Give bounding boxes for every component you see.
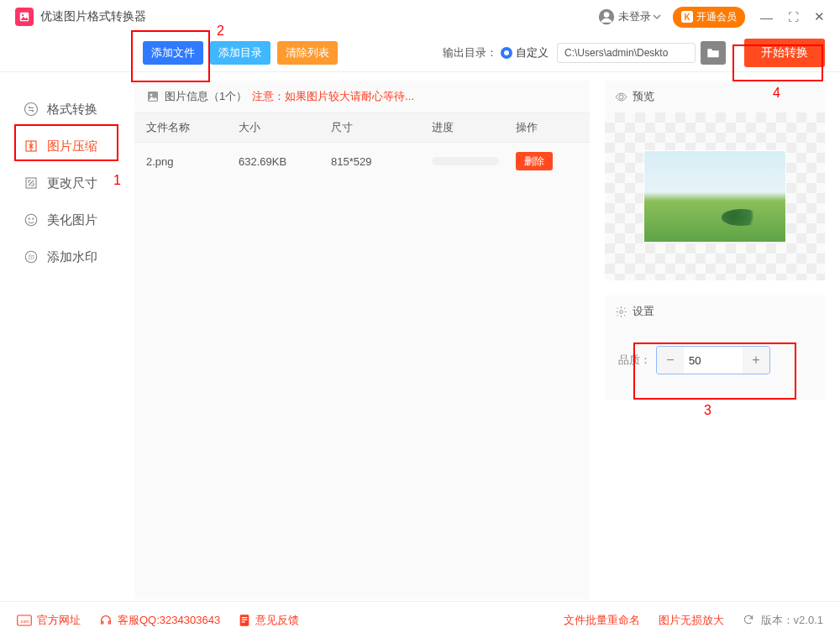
cell-op: 删除 xyxy=(516,154,566,169)
sidebar-item-format[interactable]: 格式转换 xyxy=(0,91,134,128)
title-bar: 优速图片格式转换器 未登录 K 开通会员 — ⛶ ✕ xyxy=(0,0,840,34)
svg-point-15 xyxy=(620,310,623,313)
window-controls: — ⛶ ✕ xyxy=(760,9,825,24)
output-custom-radio[interactable] xyxy=(501,47,512,59)
sidebar-item-beautify[interactable]: 美化图片 xyxy=(0,201,134,238)
batch-rename-link[interactable]: 文件批量重命名 xyxy=(564,613,640,628)
maximize-button[interactable]: ⛶ xyxy=(788,11,799,24)
svg-point-14 xyxy=(619,95,623,99)
site-icon: .com xyxy=(17,614,32,626)
svg-point-3 xyxy=(604,12,610,18)
th-progress: 进度 xyxy=(432,120,516,135)
sidebar-item-compress[interactable]: 图片压缩 xyxy=(0,128,134,165)
add-directory-button[interactable]: 添加目录 xyxy=(210,41,270,65)
headset-icon xyxy=(99,614,113,627)
main-area: 格式转换 图片压缩 更改尺寸 美化图片 印 添加水印 图片信息（1个） 注意：如… xyxy=(0,72,840,599)
vip-badge-icon: K xyxy=(681,11,693,23)
footer: .com 官方网址 客服QQ:3234303643 意见反馈 文件批量重命名 图… xyxy=(0,601,840,638)
watermark-icon: 印 xyxy=(24,249,39,264)
annotation-number-4: 4 xyxy=(773,86,780,101)
vip-button[interactable]: K 开通会员 xyxy=(673,7,745,28)
preview-canvas xyxy=(605,112,825,280)
browse-folder-button[interactable] xyxy=(701,41,726,65)
quality-label: 品质： xyxy=(618,353,651,368)
svg-rect-19 xyxy=(242,617,248,618)
content-area: 图片信息（1个） 注意：如果图片较大请耐心等待... 文件名称 大小 尺寸 进度… xyxy=(134,72,840,599)
table-header: 文件名称 大小 尺寸 进度 操作 xyxy=(134,112,590,143)
folder-icon xyxy=(706,47,720,59)
refresh-icon[interactable] xyxy=(743,614,754,625)
svg-point-7 xyxy=(25,214,37,226)
th-name: 文件名称 xyxy=(146,120,239,135)
svg-text:.com: .com xyxy=(19,619,29,624)
version-label: 版本：v2.0.1 xyxy=(743,613,823,628)
annotation-number-1: 1 xyxy=(113,173,121,188)
cell-name: 2.png xyxy=(146,155,239,168)
delete-button[interactable]: 删除 xyxy=(516,152,553,170)
user-icon xyxy=(598,8,615,25)
annotation-number-3: 3 xyxy=(704,403,711,418)
sidebar: 格式转换 图片压缩 更改尺寸 美化图片 印 添加水印 xyxy=(0,72,134,599)
table-row: 2.png 632.69KB 815*529 删除 xyxy=(134,143,590,180)
output-path-input[interactable]: C:\Users\admin\Deskto xyxy=(557,43,696,63)
official-site-link[interactable]: .com 官方网址 xyxy=(17,613,81,628)
app-title: 优速图片格式转换器 xyxy=(40,9,146,24)
svg-point-1 xyxy=(22,14,24,16)
file-list-panel: 图片信息（1个） 注意：如果图片较大请耐心等待... 文件名称 大小 尺寸 进度… xyxy=(134,81,590,599)
preview-panel: 预览 xyxy=(605,81,825,280)
cell-dim: 815*529 xyxy=(331,155,432,168)
quality-input[interactable] xyxy=(684,347,743,374)
annotation-number-2: 2 xyxy=(217,24,224,39)
right-column: 预览 设置 品质： − + xyxy=(605,81,825,599)
sidebar-item-watermark[interactable]: 印 添加水印 xyxy=(0,238,134,275)
th-size: 大小 xyxy=(239,120,331,135)
svg-point-9 xyxy=(32,217,34,219)
svg-rect-21 xyxy=(242,621,245,622)
settings-panel: 设置 品质： − + xyxy=(605,295,825,400)
file-info-bar: 图片信息（1个） 注意：如果图片较大请耐心等待... xyxy=(134,81,590,112)
preview-icon xyxy=(615,91,627,103)
output-custom-label: 自定义 xyxy=(516,45,549,60)
svg-rect-20 xyxy=(242,619,248,620)
quality-increase-button[interactable]: + xyxy=(743,347,769,374)
app-logo-icon xyxy=(15,8,34,26)
svg-point-8 xyxy=(29,217,30,219)
enlarge-link[interactable]: 图片无损放大 xyxy=(659,613,724,628)
clear-list-button[interactable]: 清除列表 xyxy=(277,41,338,65)
cell-progress xyxy=(432,155,516,168)
image-icon xyxy=(146,90,160,103)
quality-decrease-button[interactable]: − xyxy=(657,347,684,374)
start-convert-button[interactable]: 开始转换 xyxy=(744,39,825,67)
close-button[interactable]: ✕ xyxy=(814,9,825,24)
th-op: 操作 xyxy=(516,120,566,135)
feedback-link[interactable]: 意见反馈 xyxy=(239,613,299,628)
support-qq[interactable]: 客服QQ:3234303643 xyxy=(99,613,220,628)
output-dir-label: 输出目录： xyxy=(443,45,497,60)
resize-icon xyxy=(24,175,39,191)
quality-stepper: − + xyxy=(656,346,770,374)
feedback-icon xyxy=(239,614,250,627)
minimize-button[interactable]: — xyxy=(760,10,773,24)
cell-size: 632.69KB xyxy=(239,155,331,168)
preview-image xyxy=(643,150,786,243)
beautify-icon xyxy=(24,212,39,227)
svg-point-4 xyxy=(25,103,38,116)
compress-icon xyxy=(24,139,39,154)
toolbar: 添加文件 添加目录 清除列表 输出目录： 自定义 C:\Users\admin\… xyxy=(0,34,840,72)
convert-icon xyxy=(24,102,39,117)
svg-text:印: 印 xyxy=(29,254,34,260)
chevron-down-icon xyxy=(653,13,661,21)
svg-point-13 xyxy=(150,94,153,97)
add-file-button[interactable]: 添加文件 xyxy=(143,41,203,65)
login-status[interactable]: 未登录 xyxy=(598,8,661,25)
gear-icon xyxy=(615,306,627,318)
th-dim: 尺寸 xyxy=(331,120,432,135)
